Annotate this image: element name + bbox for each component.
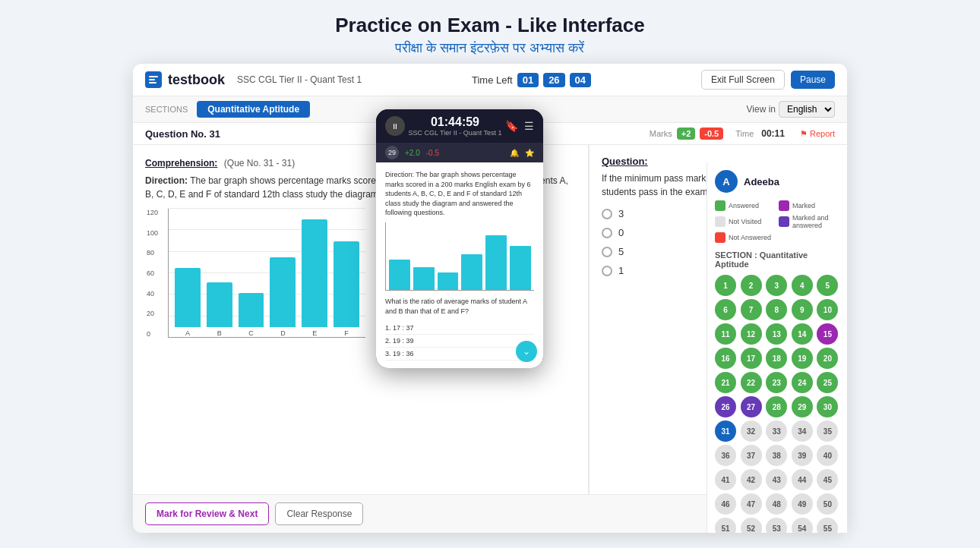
view-language-select[interactable]: English	[779, 101, 835, 118]
question-button-19[interactable]: 19	[792, 348, 813, 369]
question-button-21[interactable]: 21	[715, 372, 736, 393]
question-button-2[interactable]: 2	[741, 275, 762, 296]
question-button-42[interactable]: 42	[741, 469, 762, 490]
question-button-1[interactable]: 1	[715, 275, 736, 296]
mobile-scroll-down-button[interactable]: ⌄	[516, 341, 537, 362]
mobile-bar-0	[389, 260, 410, 290]
bar-group-b: B	[207, 282, 232, 338]
question-button-24[interactable]: 24	[792, 372, 813, 393]
question-button-14[interactable]: 14	[792, 323, 813, 345]
question-button-23[interactable]: 23	[766, 372, 787, 393]
mobile-menu-icon[interactable]: ☰	[524, 120, 534, 132]
question-button-8[interactable]: 8	[766, 299, 787, 320]
bar-label-a: A	[185, 329, 190, 337]
mobile-bookmark-icon[interactable]: 🔖	[505, 120, 518, 132]
bar-e	[302, 219, 327, 327]
question-button-9[interactable]: 9	[792, 299, 813, 320]
clear-response-button[interactable]: Clear Response	[275, 502, 363, 525]
option-radio-3[interactable]	[602, 247, 612, 257]
option-radio-1[interactable]	[602, 209, 612, 219]
mark-review-button[interactable]: Mark for Review & Next	[145, 502, 269, 525]
question-button-7[interactable]: 7	[741, 299, 762, 320]
report-button[interactable]: ⚑ Report	[800, 129, 835, 139]
chart-y-axis: 0 20 40 60 80 100 120	[145, 209, 168, 338]
answered-label: Answered	[729, 202, 759, 209]
quantitative-aptitude-tab[interactable]: Quantitative Aptitude	[197, 101, 310, 118]
legend-not-answered: Not Answered	[715, 232, 776, 243]
mobile-play-button[interactable]: ⏸	[385, 116, 405, 136]
question-button-30[interactable]: 30	[817, 396, 838, 417]
bar-label-b: B	[217, 329, 222, 337]
question-button-48[interactable]: 48	[766, 493, 787, 515]
mobile-option-3: 3. 19 : 36	[385, 348, 534, 361]
exit-fullscreen-button[interactable]: Exit Full Screen	[701, 70, 785, 90]
question-button-31[interactable]: 31	[715, 420, 736, 442]
flag-icon: ⚑	[800, 129, 808, 139]
question-button-50[interactable]: 50	[817, 493, 838, 515]
question-button-29[interactable]: 29	[792, 396, 813, 417]
question-button-44[interactable]: 44	[792, 469, 813, 490]
question-button-13[interactable]: 13	[766, 323, 787, 345]
time-value: 00:11	[761, 128, 785, 139]
question-button-3[interactable]: 3	[766, 275, 787, 296]
question-button-38[interactable]: 38	[766, 445, 787, 466]
page-title-en: Practice on Exam - Like Interface	[335, 14, 645, 37]
question-button-26[interactable]: 26	[715, 396, 736, 417]
bar-group-d: D	[270, 257, 296, 337]
mobile-bar-1	[413, 267, 435, 290]
option-radio-2[interactable]	[602, 228, 612, 238]
question-button-35[interactable]: 35	[817, 420, 838, 442]
question-button-6[interactable]: 6	[715, 299, 736, 320]
question-button-45[interactable]: 45	[817, 469, 838, 490]
mobile-exam-name: SSC CGL Tier II - Quant Test 1	[408, 129, 501, 137]
question-number: Question No. 31	[145, 128, 220, 140]
question-button-34[interactable]: 34	[792, 420, 813, 442]
question-button-25[interactable]: 25	[817, 372, 838, 393]
chart-bars: ABCDEF	[168, 209, 365, 338]
question-button-12[interactable]: 12	[741, 323, 762, 345]
bar-label-f: F	[344, 329, 349, 337]
timer-hours: 01	[517, 73, 539, 87]
question-button-55[interactable]: 55	[817, 518, 838, 533]
option-radio-4[interactable]	[602, 266, 612, 276]
question-button-46[interactable]: 46	[715, 493, 736, 515]
question-button-54[interactable]: 54	[792, 518, 813, 533]
not-visited-label: Not Visited	[729, 218, 761, 225]
question-button-37[interactable]: 37	[741, 445, 762, 466]
question-button-51[interactable]: 51	[715, 518, 736, 533]
question-button-47[interactable]: 47	[741, 493, 762, 515]
question-button-40[interactable]: 40	[817, 445, 838, 466]
svg-rect-1	[149, 79, 155, 80]
user-name: Adeeba	[744, 176, 779, 187]
question-button-53[interactable]: 53	[766, 518, 787, 533]
question-button-28[interactable]: 28	[766, 396, 787, 417]
legend-not-visited: Not Visited	[715, 214, 776, 229]
question-button-52[interactable]: 52	[741, 518, 762, 533]
mobile-controls: 🔖 ☰	[505, 120, 534, 132]
question-button-36[interactable]: 36	[715, 445, 736, 466]
question-button-10[interactable]: 10	[817, 299, 838, 320]
question-button-11[interactable]: 11	[715, 323, 736, 345]
question-button-16[interactable]: 16	[715, 348, 736, 369]
question-button-27[interactable]: 27	[741, 396, 762, 417]
question-button-5[interactable]: 5	[817, 275, 838, 296]
svg-rect-2	[149, 82, 156, 83]
question-button-15[interactable]: 15	[817, 323, 838, 345]
question-button-33[interactable]: 33	[766, 420, 787, 442]
question-button-32[interactable]: 32	[741, 420, 762, 442]
question-button-20[interactable]: 20	[817, 348, 838, 369]
timer-area: Time Left 01 26 04	[472, 73, 591, 87]
question-button-4[interactable]: 4	[792, 275, 813, 296]
time-label: Time	[735, 129, 754, 138]
question-grid: 1234567891011121314151617181920212223242…	[715, 275, 839, 533]
question-button-18[interactable]: 18	[766, 348, 787, 369]
question-button-39[interactable]: 39	[792, 445, 813, 466]
question-button-22[interactable]: 22	[741, 372, 762, 393]
question-button-49[interactable]: 49	[792, 493, 813, 515]
bar-d	[270, 257, 296, 327]
mobile-bar-5	[510, 246, 531, 290]
pause-button[interactable]: Pause	[791, 71, 835, 89]
question-button-41[interactable]: 41	[715, 469, 736, 490]
question-button-17[interactable]: 17	[741, 348, 762, 369]
question-button-43[interactable]: 43	[766, 469, 787, 490]
